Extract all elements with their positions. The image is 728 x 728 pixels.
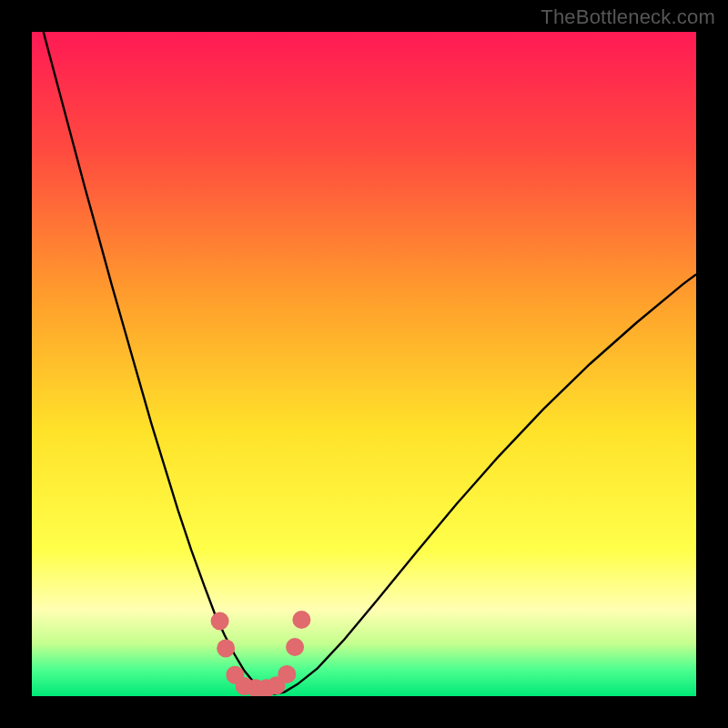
- plot-area: [32, 32, 696, 696]
- chart-frame: TheBottleneck.com: [0, 0, 728, 728]
- marker-dot: [286, 638, 304, 656]
- marker-dot: [292, 611, 310, 629]
- marker-dot: [211, 612, 229, 631]
- curve-layer: [32, 32, 696, 696]
- marker-dot: [278, 665, 296, 683]
- watermark-text: TheBottleneck.com: [541, 5, 715, 29]
- marker-dot: [217, 639, 235, 657]
- bottleneck-curve: [32, 32, 696, 693]
